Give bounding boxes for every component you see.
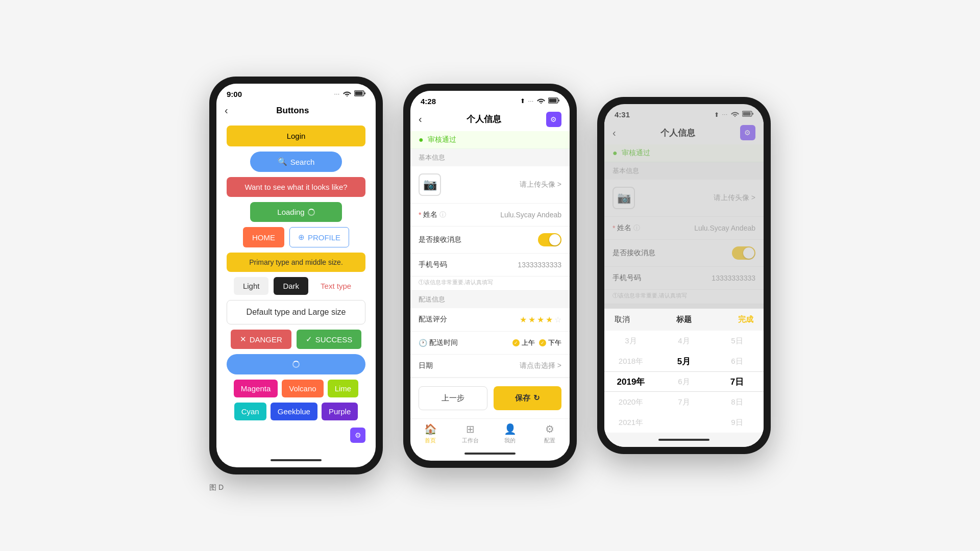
name-value-3: Lulu.Sycay Andeab	[694, 224, 755, 232]
nav-title-3: 个人信息	[660, 127, 695, 139]
picker-col-2[interactable]: 4月 5月 6月 7月	[657, 331, 710, 433]
picker-item-6月[interactable]: 6月	[657, 371, 710, 392]
loading-button[interactable]: Loading	[250, 202, 342, 222]
picker-item-2019[interactable]: 2019年	[604, 371, 657, 392]
home-indicator-2	[410, 446, 570, 461]
svg-point-4	[541, 103, 542, 104]
picker-item-5日[interactable]: 5日	[710, 331, 764, 351]
rating-stars-2[interactable]: ★ ★ ★ ★ ☆	[520, 315, 561, 324]
camera-row-2[interactable]: 📷 请上传头像 >	[410, 166, 570, 204]
purple-button[interactable]: Purple	[322, 403, 358, 420]
star-4: ★	[546, 315, 553, 324]
picker-sheet[interactable]: 取消 标题 完成 3月 2018年 2019年 2020年	[604, 309, 764, 447]
rating-row-2[interactable]: 配送评分 ★ ★ ★ ★ ☆	[410, 308, 570, 332]
tab-mine-2[interactable]: 👤 我的	[490, 423, 530, 444]
wifi-icon-1	[343, 90, 351, 98]
back-btn-2[interactable]: ‹	[419, 113, 422, 125]
picker-item-7日[interactable]: 7日	[710, 371, 764, 392]
geekblue-button[interactable]: Geekblue	[271, 403, 317, 420]
message-toggle-2[interactable]	[538, 233, 561, 246]
picker-cancel[interactable]: 取消	[615, 315, 630, 324]
delivery-info-header-2: 配送信息	[410, 291, 570, 308]
svg-rect-6	[549, 98, 557, 102]
phone-1: 9:00 ··· ‹ Buttons	[209, 77, 383, 474]
date-row-2[interactable]: 日期 请点击选择 >	[410, 355, 570, 378]
picker-confirm[interactable]: 完成	[738, 315, 753, 324]
dark-button[interactable]: Dark	[274, 277, 308, 295]
primary-middle-button[interactable]: Primary type and middle size.	[227, 253, 365, 272]
time-1: 9:00	[227, 90, 242, 98]
magenta-button[interactable]: Magenta	[234, 380, 278, 397]
location-icon-2: ⬆	[520, 97, 525, 105]
location-icon-3: ⬆	[714, 111, 719, 118]
success-button[interactable]: ✓ SUCCESS	[297, 330, 362, 349]
picker-item-6日[interactable]: 6日	[710, 351, 764, 371]
prev-button-2[interactable]: 上一步	[419, 386, 487, 410]
pm-tag[interactable]: ✓ 下午	[539, 338, 561, 347]
name-label-2: *姓名 ⓘ	[419, 210, 446, 219]
status-icons-1: ···	[334, 90, 365, 98]
battery-icon-2	[548, 97, 559, 105]
tab-workbench-2[interactable]: ⊞ 工作台	[450, 423, 490, 444]
phone-row-2[interactable]: 手机号码 13333333333	[410, 254, 570, 277]
settings-icon-3[interactable]: ⚙	[740, 125, 755, 140]
color-row-2: Cyan Geekblue Purple	[227, 403, 365, 420]
red-full-button[interactable]: Want to see what it looks like?	[227, 177, 365, 197]
settings-icon-1[interactable]: ⚙	[350, 428, 365, 443]
search-button[interactable]: 🔍 Search	[250, 152, 342, 172]
time-row-2[interactable]: 🕐 配送时间 ✓ 上午 ✓ 下午	[410, 332, 570, 355]
login-button[interactable]: Login	[227, 126, 365, 146]
x-icon: ✕	[240, 335, 247, 344]
info-icon-2: ⓘ	[439, 210, 446, 219]
picker-item-7月[interactable]: 7月	[657, 392, 710, 412]
workbench-tab-icon: ⊞	[466, 423, 475, 435]
volcano-button[interactable]: Volcano	[282, 380, 323, 397]
blue-loading-button[interactable]	[227, 354, 365, 374]
picker-item-8日[interactable]: 8日	[710, 392, 764, 412]
danger-success-row: ✕ DANGER ✓ SUCCESS	[227, 330, 365, 349]
picker-item-2020[interactable]: 2020年	[604, 392, 657, 412]
back-btn-1[interactable]: ‹	[225, 105, 228, 116]
name-row-2[interactable]: *姓名 ⓘ Lulu.Sycay Andeab	[410, 204, 570, 227]
clock-icon-2: 🕐	[419, 339, 427, 347]
light-button[interactable]: Light	[234, 277, 269, 295]
search-icon: 🔍	[278, 157, 287, 166]
status-bar-3: 4:31 ⬆ ···	[604, 104, 764, 122]
picker-col-3[interactable]: 5日 6日 7日 8日 9日	[710, 331, 764, 433]
back-btn-3[interactable]: ‹	[612, 127, 616, 139]
picker-item-9日[interactable]: 9日	[710, 412, 764, 433]
date-value-2: 请点击选择 >	[520, 361, 561, 370]
home-tab-icon: 🏠	[424, 423, 437, 435]
tab-bar-2: 🏠 首页 ⊞ 工作台 👤 我的 ⚙ 配置	[410, 418, 570, 446]
tab-home-2[interactable]: 🏠 首页	[410, 423, 450, 444]
picker-item-2021[interactable]: 2021年	[604, 412, 657, 433]
danger-button[interactable]: ✕ DANGER	[231, 330, 291, 349]
text-type-button[interactable]: Text type	[313, 277, 358, 295]
picker-col-1-items: 3月 2018年 2019年 2020年 2021年	[604, 331, 657, 433]
svg-point-0	[347, 95, 348, 96]
name-label-3: *姓名 ⓘ	[612, 223, 640, 233]
am-tag[interactable]: ✓ 上午	[512, 338, 535, 347]
camera-icon-3: 📷	[612, 187, 635, 209]
status-icons-2: ⬆ ···	[520, 97, 559, 105]
message-row-3: 是否接收消息	[604, 240, 764, 267]
default-large-button[interactable]: Default type and Large size	[227, 300, 365, 324]
cyan-button[interactable]: Cyan	[234, 403, 266, 420]
picker-item-3月[interactable]: 3月	[604, 331, 657, 351]
phone-hint-2: ①该信息非常重要,请认真填写	[410, 277, 570, 291]
picker-item-5月[interactable]: 5月	[657, 351, 710, 371]
picker-col-1[interactable]: 3月 2018年 2019年 2020年 2021年	[604, 331, 657, 433]
save-button-2[interactable]: 保存 ↻	[494, 386, 561, 410]
caption: 图 D	[209, 483, 224, 492]
lime-button[interactable]: Lime	[328, 380, 359, 397]
message-row-2[interactable]: 是否接收消息	[410, 227, 570, 254]
status-bar-2: 4:28 ⬆ ···	[410, 91, 570, 109]
profile-button[interactable]: ⊕ PROFILE	[289, 227, 349, 247]
tab-settings-2[interactable]: ⚙ 配置	[530, 423, 570, 444]
home-button[interactable]: HOME	[243, 227, 284, 247]
dots-2: ···	[528, 98, 534, 104]
picker-item-2018[interactable]: 2018年	[604, 351, 657, 371]
settings-icon-2[interactable]: ⚙	[546, 112, 561, 127]
phone-3: 4:31 ⬆ ··· ‹ 个人信息	[597, 97, 771, 454]
picker-item-4月[interactable]: 4月	[657, 331, 710, 351]
